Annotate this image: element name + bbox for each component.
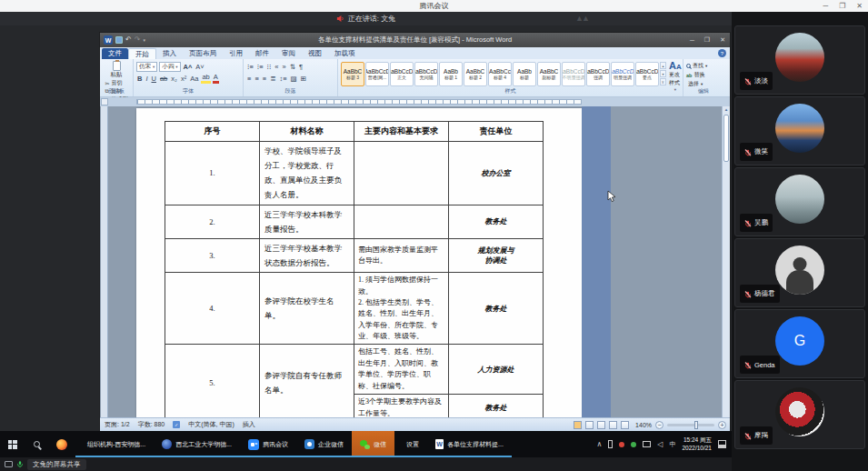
close-icon[interactable]: ✕ [856, 2, 863, 10]
style-item-标题 1[interactable]: AaBb标题 1 [439, 62, 463, 86]
help-icon[interactable]: ? [718, 49, 726, 57]
strikethrough-icon[interactable]: ab [159, 75, 168, 83]
web-layout-view-icon[interactable] [597, 421, 605, 429]
tray-volume-icon[interactable]: ◁ [657, 441, 663, 448]
fullscreen-view-icon[interactable] [585, 421, 594, 429]
superscript-icon[interactable]: x² [180, 75, 187, 83]
clipboard-item-剪切[interactable]: ✂剪切 [105, 79, 127, 87]
bold-icon[interactable]: B [136, 75, 143, 83]
tab-页面布局[interactable]: 页面布局 [183, 48, 223, 59]
numbering-icon[interactable]: ⁝≡ [256, 64, 264, 71]
participant-tile-摩羯[interactable]: 摩羯 [734, 380, 865, 449]
style-item-普通(网...[interactable]: AaBbCcD普通(网... [365, 62, 389, 86]
tray-app-icon[interactable] [631, 442, 636, 447]
style-item-标题 4[interactable]: AaBbCc标题 4 [488, 62, 512, 86]
tray-chevron-up-icon[interactable]: ∧ [596, 441, 602, 448]
taskbar-npu-site[interactable]: 西北工业大学明德... [154, 431, 240, 457]
style-item-标题 2[interactable]: AaBbC标题 2 [464, 62, 487, 86]
word-minimize-icon[interactable]: ─ [690, 37, 694, 44]
pilcrow-icon[interactable]: ¶ [298, 64, 304, 71]
style-item-不明显强调[interactable]: AaBbCcDd不明显强调 [562, 62, 585, 86]
bullets-icon[interactable]: ⁝≡ [246, 64, 254, 71]
taskbar-start[interactable] [0, 431, 25, 457]
editing-item-替换[interactable]: ab替换 [686, 71, 721, 79]
proofing-icon[interactable]: ✓ [173, 421, 180, 428]
minimize-icon[interactable]: ─ [823, 2, 828, 10]
zoom-out-icon[interactable]: − [655, 421, 663, 429]
horizontal-ruler[interactable] [100, 97, 730, 106]
word-titlebar[interactable]: W ↶ ↷ ▾ 各单位支撑材料提供清单及责任单位 [兼容模式] - Micros… [100, 33, 730, 47]
participant-tile-杨德君[interactable]: 杨德君 [734, 238, 865, 307]
zoom-slider-thumb[interactable] [694, 421, 698, 429]
style-item-标题 3[interactable]: AaBbC标题 3 [341, 62, 364, 86]
draft-view-icon[interactable] [621, 421, 629, 429]
taskbar-search[interactable] [25, 431, 48, 457]
subscript-icon[interactable]: x₂ [170, 75, 178, 83]
style-item-标题[interactable]: AaBb标题 [513, 62, 536, 86]
font-color-icon[interactable]: A [213, 74, 219, 84]
save-icon[interactable] [115, 36, 123, 44]
tab-文件[interactable]: 文件 [102, 48, 128, 59]
style-item-无间隔[interactable]: AaBbCcDd无间隔 [414, 62, 438, 86]
style-item-副标题[interactable]: AaBbC副标题 [537, 62, 561, 86]
participant-tile-昊鹏[interactable]: 昊鹏 [734, 167, 865, 236]
document-page[interactable]: 序号材料名称主要内容和基本要求责任单位 1.学校、学院领导班子及分工，学校党政、… [136, 108, 582, 417]
participant-tile-Genda[interactable]: GGenda [734, 309, 865, 378]
action-center-icon[interactable] [718, 440, 726, 448]
tab-引用[interactable]: 引用 [223, 48, 249, 59]
taskbar-firefox[interactable] [48, 431, 75, 457]
style-item-强调[interactable]: AaBbCcDd强调 [586, 62, 610, 86]
tray-clock[interactable]: 15:24 周五 2022/10/21 [682, 436, 712, 452]
sort-icon[interactable]: ⇅ [289, 64, 296, 71]
borders-icon[interactable]: ⊞ [300, 75, 307, 83]
shading-icon[interactable]: ▨ [290, 75, 298, 83]
redo-icon[interactable]: ↷ [135, 36, 141, 44]
participant-tile-微笑[interactable]: 微笑 [734, 96, 865, 165]
tab-加载项[interactable]: 加载项 [328, 48, 362, 59]
undo-icon[interactable]: ↶ [125, 36, 132, 44]
maximize-icon[interactable]: ❐ [839, 2, 845, 10]
style-item-要点[interactable]: AaBbCcDd要点 [635, 62, 659, 86]
align-center-icon[interactable]: ≡ [254, 75, 259, 83]
multilevel-list-icon[interactable]: ⁝⁝ [266, 64, 273, 71]
participant-tile-淡淡[interactable]: 淡淡 [734, 25, 865, 95]
scrollbar-thumb[interactable] [723, 115, 729, 162]
tray-security-icon[interactable] [619, 442, 624, 447]
scroll-up-icon[interactable]: ▲ [723, 106, 730, 114]
taskbar-ie-site[interactable]: 组织机构-西安明德... [75, 431, 154, 457]
gallery-up-icon[interactable]: ▴ [660, 62, 666, 69]
word-count[interactable]: 字数: 880 [138, 420, 165, 429]
tab-邮件[interactable]: 邮件 [249, 48, 275, 59]
align-right-icon[interactable]: ≡ [262, 75, 267, 83]
change-case-icon[interactable]: Aa [189, 75, 199, 83]
word-close-icon[interactable]: ✕ [720, 36, 725, 44]
zoom-level[interactable]: 140% [635, 422, 652, 428]
grow-font-icon[interactable]: A˄ [183, 64, 194, 71]
share-banner-badge[interactable]: 文兔的屏幕共享 [27, 459, 86, 470]
tab-审阅[interactable]: 审阅 [275, 48, 302, 59]
style-item-正文[interactable]: AaBbCcDd正文 [390, 62, 414, 86]
shrink-font-icon[interactable]: A˅ [195, 64, 205, 71]
align-left-icon[interactable]: ≡ [246, 75, 252, 83]
taskbar-tencent-meeting[interactable]: 腾讯会议 [240, 431, 296, 457]
underline-icon[interactable]: U [151, 75, 157, 83]
word-maximize-icon[interactable]: ❐ [704, 36, 710, 44]
paste-button[interactable]: 粘贴 [111, 61, 123, 79]
outline-view-icon[interactable] [609, 421, 617, 429]
taskbar-wechat[interactable]: 微信 [352, 431, 394, 457]
gallery-down-icon[interactable]: ▾ [660, 70, 666, 77]
style-item-明显强调[interactable]: AaBbCcDd明显强调 [611, 62, 634, 86]
italic-icon[interactable]: I [145, 75, 148, 83]
taskbar-word-doc[interactable]: 各单位支撑材料提... [427, 431, 512, 457]
document-area[interactable]: 序号材料名称主要内容和基本要求责任单位 1.学校、学院领导班子及分工，学校党政、… [100, 106, 730, 417]
font-name-select[interactable]: 仿宋▾ [136, 62, 157, 72]
page-indicator[interactable]: 页面: 1/2 [105, 420, 130, 429]
language-indicator[interactable]: 中文(简体, 中国) [188, 420, 234, 429]
tray-phone-icon[interactable] [608, 440, 613, 448]
font-size-select[interactable]: 小四▾ [159, 62, 180, 72]
tab-开始[interactable]: 开始 [128, 48, 156, 59]
gallery-more-icon[interactable]: ⊻ [660, 78, 666, 85]
zoom-in-icon[interactable]: + [718, 421, 726, 429]
tab-插入[interactable]: 插入 [156, 48, 183, 59]
tray-ime-icon[interactable]: 中 [669, 441, 675, 447]
